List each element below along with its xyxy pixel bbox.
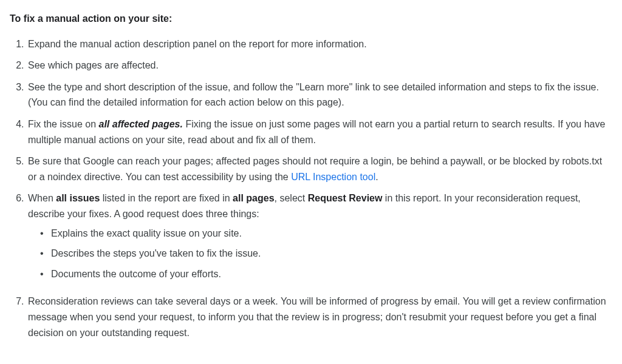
- step-item: Expand the manual action description pan…: [27, 36, 612, 52]
- step-item: See the type and short description of th…: [27, 79, 612, 110]
- step-item: When all issues listed in the report are…: [27, 190, 612, 281]
- step-text: Fix the issue on: [28, 119, 99, 129]
- section-heading: To fix a manual action on your site:: [10, 11, 612, 27]
- step-text-bold: all issues: [56, 193, 100, 203]
- step-text: listed in the report are fixed in: [100, 193, 233, 203]
- sub-item: Documents the outcome of your efforts.: [40, 266, 612, 282]
- sub-item: Describes the steps you've taken to fix …: [40, 246, 612, 261]
- step-item: Be sure that Google can reach your pages…: [27, 153, 612, 184]
- step-text-bold: all pages: [233, 193, 274, 203]
- sub-item: Explains the exact quality issue on your…: [40, 226, 612, 241]
- step-item: Fix the issue on all affected pages. Fix…: [27, 116, 612, 147]
- step-item: See which pages are affected.: [27, 58, 612, 73]
- step-text-bold: Request Review: [308, 193, 383, 203]
- step-text: When: [28, 193, 56, 203]
- fix-steps-list: Expand the manual action description pan…: [10, 36, 612, 341]
- step-item: Reconsideration reviews can take several…: [27, 294, 612, 340]
- step-text: , select: [275, 193, 308, 203]
- step-text-emphasis: all affected pages.: [99, 119, 183, 129]
- step-text: .: [375, 172, 378, 182]
- request-requirements-list: Explains the exact quality issue on your…: [28, 226, 612, 282]
- url-inspection-link[interactable]: URL Inspection tool: [291, 172, 375, 182]
